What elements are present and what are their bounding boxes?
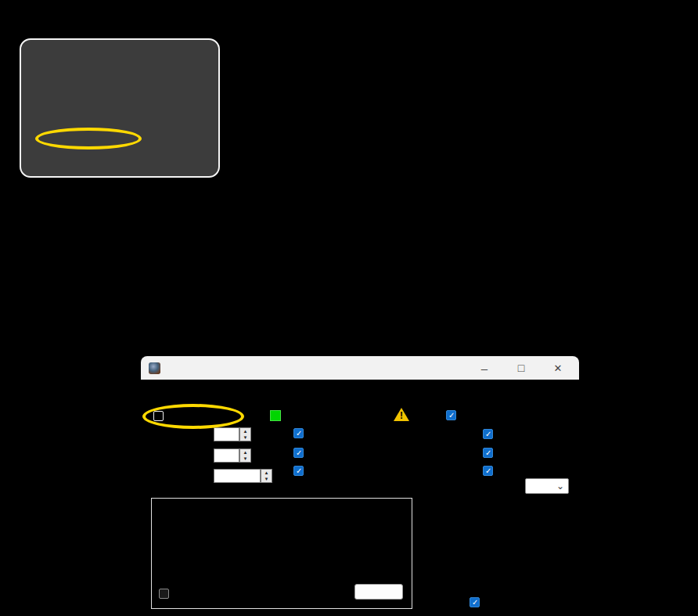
imd3-highlight-ellipse — [35, 128, 142, 149]
display-spectra-checkbox[interactable] — [159, 589, 169, 599]
cal-wait-spinner[interactable] — [239, 448, 251, 463]
always-on-top-checkbox[interactable] — [470, 597, 480, 607]
maximize-icon[interactable] — [509, 356, 534, 380]
tint-dropdown[interactable] — [525, 478, 569, 494]
spinner-down-icon[interactable] — [261, 476, 272, 482]
amp-delay-spinner[interactable] — [261, 469, 272, 483]
app-icon — [149, 362, 160, 374]
spinner-down-icon[interactable] — [240, 456, 250, 462]
measurements-panel — [20, 38, 220, 178]
mox-wait-spinner[interactable] — [239, 427, 251, 441]
auto-attenuate-checkbox[interactable] — [293, 428, 304, 438]
amp-delay-input[interactable] — [214, 469, 261, 483]
warning-icon — [394, 408, 409, 421]
map-checkbox[interactable] — [483, 448, 493, 458]
cal-wait-input[interactable] — [214, 448, 239, 463]
chevron-down-icon — [556, 481, 564, 492]
relax-tolerance-checkbox[interactable] — [293, 448, 304, 458]
mox-wait-input[interactable] — [214, 427, 239, 441]
show-2tone-checkbox[interactable] — [446, 410, 456, 420]
mode-button-row — [150, 389, 570, 405]
spinner-up-icon[interactable] — [240, 449, 250, 456]
pin-checkbox[interactable] — [483, 429, 493, 439]
spinner-up-icon[interactable] — [261, 470, 272, 476]
minimize-icon[interactable] — [472, 356, 497, 380]
correcting-indicator — [270, 410, 281, 421]
puresignal-dialog — [141, 356, 579, 614]
spinner-up-icon[interactable] — [240, 428, 250, 434]
default-button[interactable] — [354, 584, 403, 600]
screen — [0, 0, 698, 616]
spinner-down-icon[interactable] — [240, 434, 250, 441]
stbl-checkbox[interactable] — [483, 466, 493, 476]
feedback-level-checkbox[interactable] — [153, 411, 164, 421]
quick-attenuate-checkbox[interactable] — [293, 466, 304, 476]
close-icon[interactable] — [545, 356, 570, 380]
